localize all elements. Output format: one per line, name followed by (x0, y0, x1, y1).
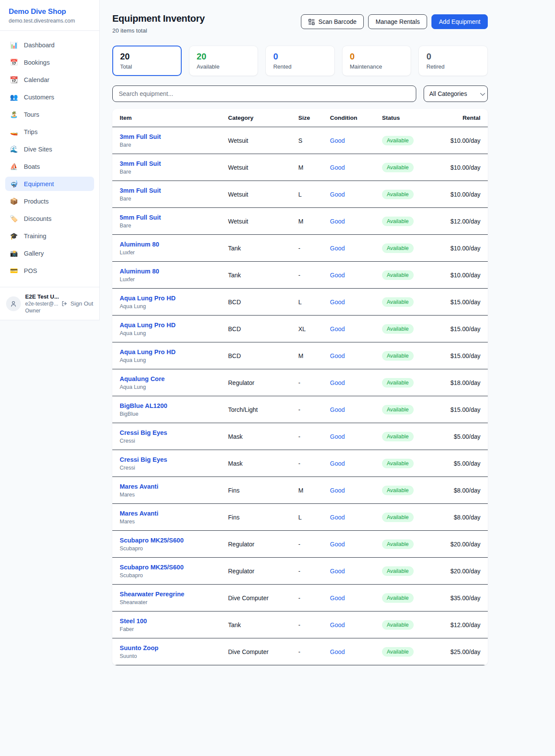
status-cell: Available (382, 459, 447, 468)
item-name-link[interactable]: Mares Avanti (120, 483, 228, 490)
condition-cell: Good (330, 595, 382, 602)
item-cell: Cressi Big Eyes Cressi (120, 429, 228, 444)
item-category: BCD (228, 325, 298, 332)
condition-cell: Good (330, 352, 382, 359)
sidebar-item-pos[interactable]: 💳 POS (5, 263, 94, 278)
condition-link[interactable]: Good (330, 514, 345, 521)
sidebar-item-dashboard[interactable]: 📊 Dashboard (5, 38, 94, 52)
sidebar-item-discounts[interactable]: 🏷️ Discounts (5, 211, 94, 226)
item-name-link[interactable]: Suunto Zoop (120, 644, 228, 651)
condition-link[interactable]: Good (330, 137, 345, 144)
shop-name-link[interactable]: Demo Dive Shop (9, 7, 91, 16)
scan-barcode-button[interactable]: Scan Barcode (301, 14, 364, 29)
sign-out-button[interactable]: Sign Out (61, 300, 93, 307)
category-select[interactable]: All Categories (424, 85, 488, 102)
item-name-link[interactable]: Aqualung Core (120, 375, 228, 382)
sidebar-item-dive-sites[interactable]: 🌊 Dive Sites (5, 142, 94, 156)
item-cell: Steel 100 Faber (120, 618, 228, 632)
status-cell: Available (382, 566, 447, 576)
stat-card-maintenance[interactable]: 0 Maintenance (342, 46, 411, 76)
item-name-link[interactable]: Scubapro MK25/S600 (120, 537, 228, 544)
condition-cell: Good (330, 137, 382, 144)
item-name-link[interactable]: Mares Avanti (120, 510, 228, 517)
item-category: Fins (228, 487, 298, 494)
item-category: Wetsuit (228, 191, 298, 198)
condition-link[interactable]: Good (330, 218, 345, 225)
condition-link[interactable]: Good (330, 352, 345, 359)
item-category: Torch/Light (228, 406, 298, 413)
status-badge: Available (382, 163, 414, 172)
sidebar-item-boats[interactable]: ⛵ Boats (5, 159, 94, 174)
item-name-link[interactable]: 3mm Full Suit (120, 187, 228, 194)
condition-link[interactable]: Good (330, 433, 345, 440)
status-badge: Available (382, 486, 414, 495)
item-rental-price: $15.00/day (447, 325, 480, 332)
item-name-link[interactable]: Scubapro MK25/S600 (120, 564, 228, 571)
condition-link[interactable]: Good (330, 648, 345, 655)
stat-card-total[interactable]: 20 Total (112, 46, 182, 76)
sidebar-item-label: Tours (24, 111, 39, 118)
stat-card-rented[interactable]: 0 Rented (265, 46, 335, 76)
table-row: Cressi Big Eyes Cressi Mask - Good Avail… (112, 423, 488, 450)
item-name-link[interactable]: Aluminum 80 (120, 268, 228, 275)
sidebar-item-label: Calendar (24, 76, 49, 83)
item-name-link[interactable]: Aqua Lung Pro HD (120, 322, 228, 329)
stat-label: Maintenance (350, 63, 404, 70)
condition-link[interactable]: Good (330, 272, 345, 279)
status-cell: Available (382, 593, 447, 603)
item-name-link[interactable]: 3mm Full Suit (120, 160, 228, 167)
item-size: M (298, 352, 330, 359)
sidebar-item-gallery[interactable]: 📸 Gallery (5, 246, 94, 260)
condition-link[interactable]: Good (330, 621, 345, 628)
sidebar-item-tours[interactable]: 🏝️ Tours (5, 107, 94, 122)
condition-link[interactable]: Good (330, 406, 345, 413)
sidebar-item-bookings[interactable]: 📅 Bookings (5, 55, 94, 69)
sidebar-item-trips[interactable]: 🚤 Trips (5, 125, 94, 139)
sidebar-item-label: Products (24, 198, 49, 205)
item-name-link[interactable]: 5mm Full Suit (120, 214, 228, 221)
item-rental-price: $20.00/day (447, 568, 480, 575)
condition-link[interactable]: Good (330, 379, 345, 386)
stat-card-retired[interactable]: 0 Retired (418, 46, 488, 76)
item-name-link[interactable]: Cressi Big Eyes (120, 429, 228, 436)
item-name-link[interactable]: 3mm Full Suit (120, 133, 228, 140)
condition-link[interactable]: Good (330, 325, 345, 332)
status-cell: Available (382, 297, 447, 307)
item-name-link[interactable]: Aqua Lung Pro HD (120, 295, 228, 302)
stat-card-available[interactable]: 20 Available (189, 46, 258, 76)
table-row: Scubapro MK25/S600 Scubapro Regulator - … (112, 558, 488, 585)
condition-link[interactable]: Good (330, 245, 345, 252)
sidebar: Demo Dive Shop demo.test.divestreams.com… (0, 0, 100, 320)
manage-rentals-button[interactable]: Manage Rentals (368, 14, 427, 29)
item-name-link[interactable]: Aqua Lung Pro HD (120, 348, 228, 355)
item-name-link[interactable]: Cressi Big Eyes (120, 456, 228, 463)
item-name-link[interactable]: BigBlue AL1200 (120, 402, 228, 409)
sidebar-item-training[interactable]: 🎓 Training (5, 229, 94, 243)
sidebar-item-products[interactable]: 📦 Products (5, 194, 94, 208)
table-row: Aluminum 80 Luxfer Tank - Good Available… (112, 235, 488, 262)
item-size: L (298, 191, 330, 198)
item-name-link[interactable]: Aluminum 80 (120, 241, 228, 248)
item-cell: Aqua Lung Pro HD Aqua Lung (120, 348, 228, 363)
add-equipment-button[interactable]: Add Equipment (431, 14, 488, 29)
search-input[interactable] (112, 85, 416, 102)
condition-link[interactable]: Good (330, 568, 345, 575)
condition-link[interactable]: Good (330, 460, 345, 467)
table-row: Aqua Lung Pro HD Aqua Lung BCD M Good Av… (112, 342, 488, 369)
condition-link[interactable]: Good (330, 595, 345, 602)
condition-link[interactable]: Good (330, 541, 345, 548)
sidebar-item-customers[interactable]: 👥 Customers (5, 90, 94, 104)
filter-bar: All Categories (112, 85, 488, 102)
sidebar-item-calendar[interactable]: 📆 Calendar (5, 72, 94, 87)
condition-link[interactable]: Good (330, 487, 345, 494)
condition-link[interactable]: Good (330, 191, 345, 198)
item-size: - (298, 568, 330, 575)
table-header-row: Item Category Size Condition Status Rent… (112, 109, 488, 127)
item-name-link[interactable]: Steel 100 (120, 618, 228, 625)
item-name-link[interactable]: Shearwater Peregrine (120, 591, 228, 598)
table-row: 3mm Full Suit Bare Wetsuit S Good Availa… (112, 127, 488, 154)
sidebar-item-equipment[interactable]: 🤿 Equipment (5, 177, 94, 191)
table-row: Mares Avanti Mares Fins L Good Available… (112, 504, 488, 531)
condition-link[interactable]: Good (330, 299, 345, 306)
condition-link[interactable]: Good (330, 164, 345, 171)
